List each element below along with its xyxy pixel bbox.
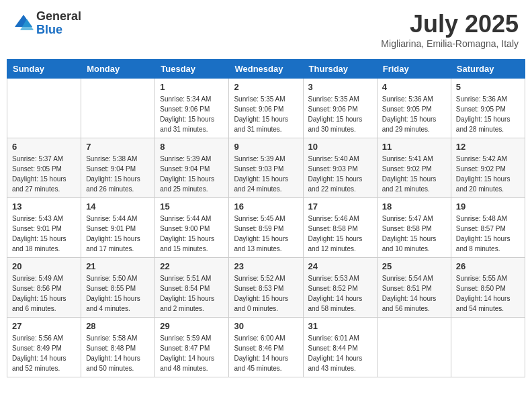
calendar-cell: 10Sunrise: 5:40 AMSunset: 9:03 PMDayligh…	[303, 138, 377, 198]
weekday-header-thursday: Thursday	[303, 60, 377, 79]
weekday-header-row: SundayMondayTuesdayWednesdayThursdayFrid…	[7, 60, 525, 79]
calendar-cell: 28Sunrise: 5:58 AMSunset: 8:48 PMDayligh…	[81, 318, 155, 377]
weekday-header-tuesday: Tuesday	[155, 60, 229, 79]
day-info: Sunrise: 5:41 AMSunset: 9:02 PMDaylight:…	[382, 154, 446, 194]
calendar-cell: 8Sunrise: 5:39 AMSunset: 9:04 PMDaylight…	[155, 138, 229, 198]
day-info: Sunrise: 5:39 AMSunset: 9:03 PMDaylight:…	[234, 154, 298, 194]
day-info: Sunrise: 5:46 AMSunset: 8:58 PMDaylight:…	[308, 214, 372, 254]
logo: General Blue	[13, 10, 81, 37]
calendar-cell: 25Sunrise: 5:54 AMSunset: 8:51 PMDayligh…	[377, 258, 451, 318]
calendar-week-5: 27Sunrise: 5:56 AMSunset: 8:49 PMDayligh…	[7, 318, 525, 377]
day-info: Sunrise: 5:52 AMSunset: 8:53 PMDaylight:…	[234, 273, 298, 314]
day-info: Sunrise: 5:51 AMSunset: 8:54 PMDaylight:…	[160, 273, 224, 314]
calendar-cell	[377, 318, 451, 377]
day-number: 11	[382, 142, 446, 152]
day-number: 29	[160, 321, 224, 331]
calendar-table: SundayMondayTuesdayWednesdayThursdayFrid…	[7, 59, 525, 377]
day-number: 14	[86, 201, 150, 212]
calendar-week-2: 6Sunrise: 5:37 AMSunset: 9:05 PMDaylight…	[7, 138, 525, 198]
day-info: Sunrise: 5:36 AMSunset: 9:05 PMDaylight:…	[382, 94, 446, 134]
calendar-cell: 1Sunrise: 5:34 AMSunset: 9:06 PMDaylight…	[155, 79, 229, 138]
calendar-cell: 5Sunrise: 5:36 AMSunset: 9:05 PMDaylight…	[451, 79, 525, 138]
day-info: Sunrise: 5:50 AMSunset: 8:55 PMDaylight:…	[86, 273, 150, 314]
day-info: Sunrise: 5:58 AMSunset: 8:48 PMDaylight:…	[86, 333, 150, 373]
day-number: 15	[160, 201, 224, 212]
calendar-cell: 26Sunrise: 5:55 AMSunset: 8:50 PMDayligh…	[451, 258, 525, 318]
day-number: 21	[86, 261, 150, 271]
day-number: 16	[234, 201, 298, 212]
calendar-week-3: 13Sunrise: 5:43 AMSunset: 9:01 PMDayligh…	[7, 198, 525, 258]
calendar-cell: 18Sunrise: 5:47 AMSunset: 8:58 PMDayligh…	[377, 198, 451, 258]
day-info: Sunrise: 5:56 AMSunset: 8:49 PMDaylight:…	[12, 333, 76, 373]
day-number: 4	[382, 82, 446, 92]
day-number: 10	[308, 142, 372, 152]
calendar-cell: 7Sunrise: 5:38 AMSunset: 9:04 PMDaylight…	[81, 138, 155, 198]
calendar-cell: 4Sunrise: 5:36 AMSunset: 9:05 PMDaylight…	[377, 79, 451, 138]
calendar-cell: 11Sunrise: 5:41 AMSunset: 9:02 PMDayligh…	[377, 138, 451, 198]
month-title: July 2025	[381, 10, 519, 38]
calendar-cell: 14Sunrise: 5:44 AMSunset: 9:01 PMDayligh…	[81, 198, 155, 258]
day-number: 31	[308, 321, 372, 331]
calendar-cell: 9Sunrise: 5:39 AMSunset: 9:03 PMDaylight…	[229, 138, 303, 198]
title-block: July 2025 Migliarina, Emilia-Romagna, It…	[381, 10, 519, 49]
day-info: Sunrise: 5:44 AMSunset: 9:01 PMDaylight:…	[86, 214, 150, 254]
weekday-header-wednesday: Wednesday	[229, 60, 303, 79]
calendar-week-1: 1Sunrise: 5:34 AMSunset: 9:06 PMDaylight…	[7, 79, 525, 138]
day-info: Sunrise: 5:35 AMSunset: 9:06 PMDaylight:…	[308, 94, 372, 134]
calendar-cell: 30Sunrise: 6:00 AMSunset: 8:46 PMDayligh…	[229, 318, 303, 377]
day-number: 13	[12, 201, 76, 212]
day-number: 1	[160, 82, 224, 92]
day-info: Sunrise: 5:35 AMSunset: 9:06 PMDaylight:…	[234, 94, 298, 134]
day-number: 19	[456, 201, 520, 212]
day-info: Sunrise: 5:38 AMSunset: 9:04 PMDaylight:…	[86, 154, 150, 194]
day-number: 24	[308, 261, 372, 271]
logo-general: General	[36, 10, 81, 24]
day-number: 8	[160, 142, 224, 152]
day-number: 30	[234, 321, 298, 331]
day-number: 7	[86, 142, 150, 152]
calendar-cell	[451, 318, 525, 377]
day-info: Sunrise: 5:47 AMSunset: 8:58 PMDaylight:…	[382, 214, 446, 254]
page-header: General Blue July 2025 Migliarina, Emili…	[7, 7, 525, 52]
day-info: Sunrise: 5:48 AMSunset: 8:57 PMDaylight:…	[456, 214, 520, 254]
logo-blue: Blue	[36, 24, 81, 37]
day-number: 26	[456, 261, 520, 271]
day-number: 27	[12, 321, 76, 331]
calendar-cell: 24Sunrise: 5:53 AMSunset: 8:52 PMDayligh…	[303, 258, 377, 318]
weekday-header-sunday: Sunday	[7, 60, 81, 79]
day-info: Sunrise: 5:45 AMSunset: 8:59 PMDaylight:…	[234, 214, 298, 254]
calendar-cell: 19Sunrise: 5:48 AMSunset: 8:57 PMDayligh…	[451, 198, 525, 258]
calendar-cell: 27Sunrise: 5:56 AMSunset: 8:49 PMDayligh…	[7, 318, 81, 377]
weekday-header-saturday: Saturday	[451, 60, 525, 79]
calendar-cell: 2Sunrise: 5:35 AMSunset: 9:06 PMDaylight…	[229, 79, 303, 138]
weekday-header-monday: Monday	[81, 60, 155, 79]
day-info: Sunrise: 5:53 AMSunset: 8:52 PMDaylight:…	[308, 273, 372, 314]
day-info: Sunrise: 5:43 AMSunset: 9:01 PMDaylight:…	[12, 214, 76, 254]
day-info: Sunrise: 6:01 AMSunset: 8:44 PMDaylight:…	[308, 333, 372, 373]
calendar-cell: 21Sunrise: 5:50 AMSunset: 8:55 PMDayligh…	[81, 258, 155, 318]
day-info: Sunrise: 5:55 AMSunset: 8:50 PMDaylight:…	[456, 273, 520, 314]
day-number: 12	[456, 142, 520, 152]
calendar-cell: 17Sunrise: 5:46 AMSunset: 8:58 PMDayligh…	[303, 198, 377, 258]
day-number: 20	[12, 261, 76, 271]
day-info: Sunrise: 6:00 AMSunset: 8:46 PMDaylight:…	[234, 333, 298, 373]
day-number: 17	[308, 201, 372, 212]
day-number: 28	[86, 321, 150, 331]
day-number: 5	[456, 82, 520, 92]
day-info: Sunrise: 5:49 AMSunset: 8:56 PMDaylight:…	[12, 273, 76, 314]
logo-icon	[13, 13, 34, 34]
day-number: 2	[234, 82, 298, 92]
calendar-cell: 6Sunrise: 5:37 AMSunset: 9:05 PMDaylight…	[7, 138, 81, 198]
weekday-header-friday: Friday	[377, 60, 451, 79]
calendar-cell: 3Sunrise: 5:35 AMSunset: 9:06 PMDaylight…	[303, 79, 377, 138]
calendar-cell: 29Sunrise: 5:59 AMSunset: 8:47 PMDayligh…	[155, 318, 229, 377]
day-number: 9	[234, 142, 298, 152]
day-number: 6	[12, 142, 76, 152]
day-info: Sunrise: 5:37 AMSunset: 9:05 PMDaylight:…	[12, 154, 76, 194]
calendar-cell	[7, 79, 81, 138]
day-number: 22	[160, 261, 224, 271]
day-info: Sunrise: 5:36 AMSunset: 9:05 PMDaylight:…	[456, 94, 520, 134]
calendar-cell	[81, 79, 155, 138]
calendar-cell: 22Sunrise: 5:51 AMSunset: 8:54 PMDayligh…	[155, 258, 229, 318]
calendar-cell: 15Sunrise: 5:44 AMSunset: 9:00 PMDayligh…	[155, 198, 229, 258]
